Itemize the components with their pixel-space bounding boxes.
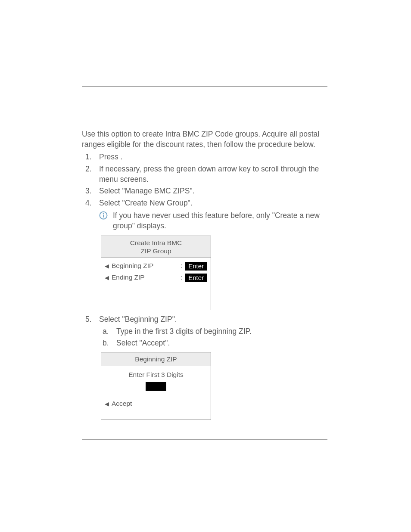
- step-5a: a. Type in the first 3 digits of beginni…: [99, 327, 327, 337]
- step-5-substeps: a. Type in the first 3 digits of beginni…: [99, 327, 327, 348]
- step-5b-text: Select "Accept".: [116, 339, 170, 347]
- screen1-title-line2: ZIP Group: [140, 247, 171, 255]
- screen1-row-beginning: ◀ Beginning ZIP : Enter: [105, 261, 207, 271]
- triangle-left-icon: ◀: [105, 263, 109, 269]
- note: If you have never used this feature befo…: [99, 211, 327, 231]
- enter-field: Enter: [185, 262, 207, 271]
- document-page: Use this option to create Intra BMC ZIP …: [0, 0, 411, 532]
- step-1-suffix: .: [121, 152, 123, 161]
- input-field-box: [146, 382, 166, 391]
- step-5: Select "Beginning ZIP". a. Type in the f…: [82, 314, 327, 420]
- step-3: Select "Manage BMC ZIPS".: [82, 186, 327, 196]
- screen-beginning-zip: Beginning ZIP Enter First 3 Digits ◀ Acc…: [101, 352, 211, 420]
- svg-point-1: [103, 213, 104, 215]
- screen2-title: Beginning ZIP: [135, 355, 177, 363]
- screen1-beginning-label: Beginning ZIP: [112, 261, 153, 271]
- screen1-ending-label: Ending ZIP: [112, 273, 145, 282]
- body-text: Use this option to create Intra BMC ZIP …: [82, 129, 327, 420]
- screen1-body: ◀ Beginning ZIP : Enter ◀ Ending ZIP : E…: [101, 258, 211, 310]
- enter-field: Enter: [185, 274, 207, 282]
- info-icon: [99, 211, 108, 220]
- step-2: If necessary, press the green down arrow…: [82, 164, 327, 184]
- screen-create-group: Create Intra BMC ZIP Group ◀ Beginning Z…: [101, 236, 211, 311]
- step-5a-text: Type in the first 3 digits of beginning …: [116, 327, 252, 336]
- content-area: Use this option to create Intra BMC ZIP …: [82, 86, 327, 424]
- screen2-accept-row: ◀ Accept: [105, 399, 207, 408]
- rule-bottom: [82, 439, 327, 440]
- svg-rect-2: [103, 215, 104, 218]
- colon: :: [181, 261, 182, 271]
- note-text: If you have never used this feature befo…: [113, 211, 320, 230]
- triangle-left-icon: ◀: [105, 275, 109, 280]
- colon: :: [181, 273, 182, 282]
- triangle-left-icon: ◀: [105, 401, 109, 407]
- screen1-row-ending: ◀ Ending ZIP : Enter: [105, 273, 207, 282]
- step-4-text: Select "Create New Group".: [99, 199, 193, 207]
- intro-paragraph: Use this option to create Intra BMC ZIP …: [82, 129, 327, 149]
- screen2-body: Enter First 3 Digits ◀ Accept: [101, 366, 211, 420]
- step-4: Select "Create New Group". If you have n…: [82, 198, 327, 310]
- screen1-title-line1: Create Intra BMC: [130, 239, 182, 246]
- screen2-subhead: Enter First 3 Digits: [105, 370, 207, 380]
- step-1-prefix: Press: [99, 152, 121, 161]
- sub-marker-b: b.: [103, 338, 109, 348]
- sub-marker-a: a.: [103, 327, 109, 337]
- steps-list: Press . If necessary, press the green do…: [82, 152, 327, 420]
- step-5-text: Select "Beginning ZIP".: [99, 315, 177, 324]
- step-1: Press .: [82, 152, 327, 162]
- screen2-accept-label: Accept: [112, 399, 132, 408]
- screen1-header: Create Intra BMC ZIP Group: [101, 236, 211, 258]
- screen2-header: Beginning ZIP: [101, 352, 211, 366]
- step-5b: b. Select "Accept".: [99, 338, 327, 348]
